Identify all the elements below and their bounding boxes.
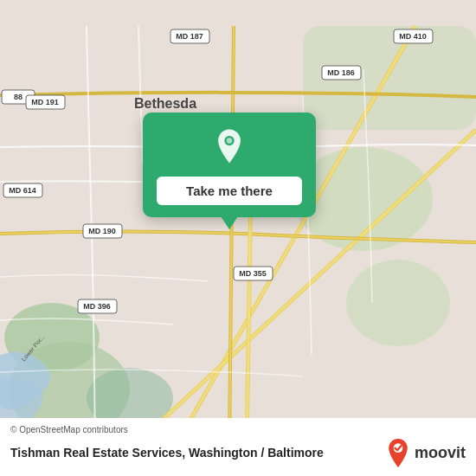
- svg-text:MD 614: MD 614: [9, 186, 36, 195]
- moovit-pin-icon: [386, 438, 410, 467]
- svg-text:MD 190: MD 190: [88, 227, 116, 235]
- location-pin-icon: [211, 128, 248, 164]
- svg-text:MD 396: MD 396: [83, 302, 111, 311]
- svg-text:88: 88: [14, 93, 23, 101]
- svg-text:MD 187: MD 187: [176, 32, 203, 41]
- bottom-bar: © OpenStreetMap contributors Tishman Rea…: [0, 418, 476, 476]
- svg-point-2: [346, 260, 450, 346]
- svg-text:Bethesda: Bethesda: [134, 96, 196, 111]
- map-attribution: © OpenStreetMap contributors: [10, 425, 466, 434]
- location-city: Baltimore: [267, 446, 324, 460]
- popup-card: Take me there: [143, 113, 316, 217]
- take-me-there-button[interactable]: Take me there: [157, 177, 302, 205]
- svg-text:MD 355: MD 355: [239, 269, 267, 278]
- moovit-logo: moovit: [386, 438, 466, 467]
- map-background: MD 187 MD 410 MD 186 88 MD 191 MD 614 MD…: [0, 0, 476, 476]
- svg-text:MD 410: MD 410: [399, 32, 427, 41]
- location-name: Tishman Real Estate Services, Washington…: [10, 446, 264, 460]
- svg-text:MD 191: MD 191: [31, 98, 59, 106]
- svg-text:MD 186: MD 186: [327, 68, 355, 77]
- map-container: MD 187 MD 410 MD 186 88 MD 191 MD 614 MD…: [0, 0, 476, 476]
- svg-point-28: [227, 138, 232, 143]
- moovit-brand-text: moovit: [415, 444, 466, 462]
